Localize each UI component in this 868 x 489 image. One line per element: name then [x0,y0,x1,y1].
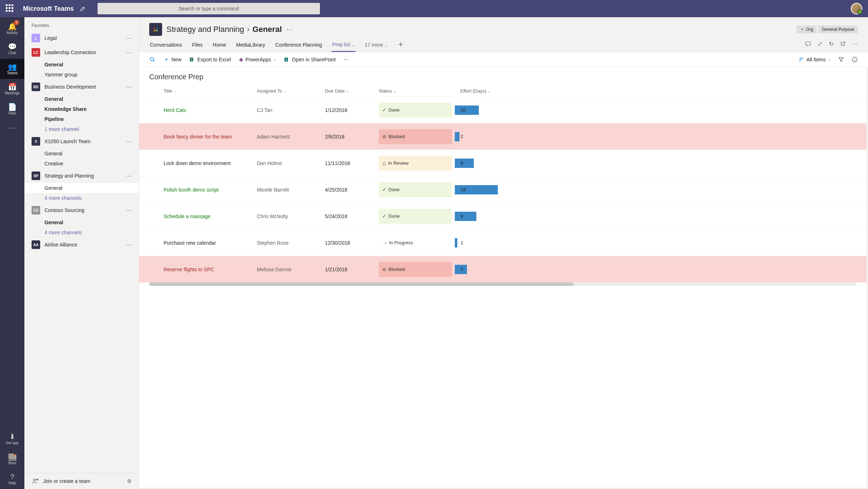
search-list-icon[interactable] [149,56,156,63]
channel-4-more-channels[interactable]: 4 more channels [24,193,139,203]
row-title: Lock down demo environment [161,157,254,169]
app-launcher-icon[interactable] [6,4,14,13]
col-assigned[interactable]: Assigned To⌄ [254,88,322,94]
row-status: ⊘Blocked [379,129,452,144]
row-assigned: Adam Harmetz [254,131,322,142]
search-placeholder: Search or type a command [179,6,239,11]
export-excel-button[interactable]: X Export to Excel [189,57,231,62]
row-effort: 1 [455,235,498,250]
row-effort: 2 [455,129,498,144]
search-input[interactable]: Search or type a command [98,3,320,14]
col-due[interactable]: Due Date⌄ [322,88,376,94]
team-more-icon[interactable]: ⋯ [126,173,132,179]
new-item-button[interactable]: ＋New [164,56,181,63]
channel-general[interactable]: General [24,60,139,70]
col-effort[interactable]: Effort (Days)⌄ [455,88,498,94]
rail-help[interactable]: ?Help [0,469,24,489]
powerapps-button[interactable]: ◈ PowerApps ⌄ [239,56,276,63]
reply-icon[interactable] [805,41,811,47]
row-title: Polish booth demo script [161,184,254,196]
tab-more-icon[interactable]: ⋯ [852,41,858,47]
rail-chat[interactable]: 💬Chat [0,39,24,59]
refresh-icon[interactable]: ↻ [829,41,834,47]
breadcrumb: Strategy and Planning › General [166,25,282,34]
team-more-icon[interactable]: ⋯ [126,49,132,56]
org-chip[interactable]: Org [797,25,817,33]
team-leadership-connection[interactable]: LCLeadership Connection⋯ [24,45,139,60]
list-row[interactable]: Reserve flights to SPCMelissa Darrow1/21… [139,256,867,282]
channel-1-more-channel[interactable]: 1 more channel [24,124,139,134]
purpose-chip[interactable]: General Purpose [818,25,858,33]
row-assigned: Stephen Rose [254,237,322,249]
list-row[interactable]: Lock down demo environmentDan Holme11/11… [139,150,867,176]
breadcrumb-team[interactable]: Strategy and Planning [166,25,244,34]
row-assigned: Chris McNulty [254,211,322,222]
status-icon: ⊘ [382,267,386,272]
list-row[interactable]: Herd CatsCJ Tan1/12/2018✓Done10 [139,97,867,123]
list-row[interactable]: Schedule a massageChris McNulty5/24/2018… [139,203,867,229]
add-tab-button[interactable]: ＋ [397,39,405,52]
row-due: 4/25/2018 [322,184,376,196]
info-icon[interactable] [852,56,858,63]
row-effort: 18 [455,182,498,197]
tab-medialibrary[interactable]: MediaLibrary [235,39,266,51]
team-contoso-sourcing[interactable]: CSContoso Sourcing⋯ [24,203,139,217]
team-legal[interactable]: LLegal⋯ [24,31,139,45]
channel-creative[interactable]: Creative [24,159,139,169]
breadcrumb-channel[interactable]: General [253,25,282,34]
open-sharepoint-button[interactable]: S Open in SharePoint [284,57,336,62]
tab-home[interactable]: Home [212,39,227,51]
team-more-icon[interactable]: ⋯ [126,138,132,145]
filter-icon[interactable] [838,56,844,63]
rail-more-icon[interactable]: ⋯ [9,119,16,136]
tab-17-more[interactable]: 17 more⌄ [364,39,388,51]
channel-general[interactable]: General [24,217,139,227]
view-selector[interactable]: All Items ⌄ [798,57,831,62]
rail-activity[interactable]: 2🔔Activity [0,19,24,39]
expand-icon[interactable]: ⤢ [818,41,822,47]
team-airline-alliance[interactable]: AAAirline Alliance⋯ [24,238,139,252]
team-icon: CS [32,206,40,215]
team-more-icon[interactable]: ⋯ [126,207,132,214]
channel-knowledge-share[interactable]: Knowledge Share [24,104,139,114]
rail-store[interactable]: 🏬Store [0,449,24,469]
join-create-team[interactable]: Join or create a team ⚙ [24,473,139,489]
row-status: ✓Done [379,103,452,118]
row-due: 1/12/2018 [322,104,376,116]
team-more-icon[interactable]: ⋯ [126,35,132,42]
col-title[interactable]: Title⌄ [161,88,254,94]
channel-more-icon[interactable]: ⋯ [286,25,293,33]
channel-general[interactable]: General [24,149,139,159]
list-row[interactable]: Polish booth demo scriptMiceile Barrett4… [139,176,867,203]
row-effort: 5 [455,262,498,277]
row-title: Book fancy dinner for the team [161,131,254,142]
channel-yammer-group[interactable]: Yammer group [24,70,139,80]
tab-conversations[interactable]: Conversations [149,39,183,51]
channel-4-more-channels[interactable]: 4 more channels [24,227,139,238]
channel-pipeline[interactable]: Pipeline [24,114,139,124]
channel-general[interactable]: General [24,94,139,104]
tab-files[interactable]: Files [192,39,204,51]
popout-icon[interactable] [840,41,846,47]
list-row[interactable]: Purchase new calendarStephen Rose12/30/2… [139,229,867,256]
cmdbar-more-icon[interactable]: ⋯ [344,57,349,62]
settings-gear-icon[interactable]: ⚙ [127,478,132,484]
team-more-icon[interactable]: ⋯ [126,84,132,90]
row-status: △In Review [379,156,452,171]
channel-general[interactable]: General [24,183,139,193]
rail-meetings[interactable]: 📅Meetings [0,79,24,99]
team-strategy-and-planning[interactable]: SPStrategy and Planning⋯ [24,169,139,183]
tab-prep-list[interactable]: Prep list⌄ [331,39,355,52]
list-row[interactable]: Book fancy dinner for the teamAdam Harme… [139,123,867,150]
team-x1050-launch-team[interactable]: XX1050 Launch Team⋯ [24,134,139,149]
tab-conference-planning[interactable]: Conference Planning [274,39,323,51]
team-business-development[interactable]: BDBusiness Development⋯ [24,80,139,94]
rail-teams[interactable]: 👥Teams [0,59,24,79]
team-more-icon[interactable]: ⋯ [126,241,132,248]
col-status[interactable]: Status⌄ [376,88,455,94]
user-avatar[interactable] [851,3,862,14]
horizontal-scrollbar[interactable] [149,282,857,286]
rail-get-app[interactable]: ⬇Get app [0,429,24,449]
compose-icon[interactable] [80,5,86,12]
rail-files[interactable]: 📄Files [0,99,24,119]
